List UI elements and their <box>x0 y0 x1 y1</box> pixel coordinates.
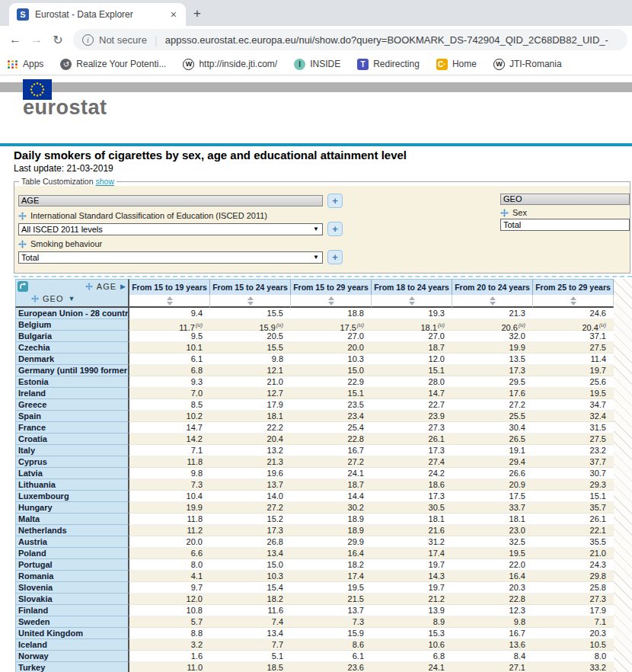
value-cell: 10.2 <box>129 411 210 422</box>
value-cell: 19.7 <box>372 582 452 594</box>
value-cell: 37.1 <box>533 331 614 342</box>
tab-close-icon[interactable]: × <box>168 8 180 21</box>
value-cell: 26.1 <box>533 514 614 525</box>
move-icon <box>85 283 93 290</box>
browser-tab[interactable]: S Eurostat - Data Explorer × <box>9 3 186 26</box>
unreliable-flag: (u) <box>519 322 525 328</box>
isced-label: International Standard Classification of… <box>30 211 267 220</box>
value-cell: 7.4 <box>210 616 291 628</box>
bookmark-item[interactable]: TRedirecting <box>357 59 420 70</box>
forward-button[interactable]: → <box>26 33 47 46</box>
sort-button[interactable] <box>129 295 210 308</box>
sort-button[interactable] <box>452 295 533 308</box>
value-cell: 21.0 <box>210 376 291 388</box>
geo-cell: Ireland <box>15 388 129 399</box>
table-row: Austria20.026.829.931.232.535.5 <box>15 536 614 548</box>
geo-cell: Malta <box>15 514 129 525</box>
value-cell: 11.8 <box>129 514 210 525</box>
geo-cell: Iceland <box>15 639 129 651</box>
add-smoking-button[interactable]: + <box>327 250 343 264</box>
show-link[interactable]: show <box>95 177 114 186</box>
bookmark-label: http://inside.jti.com/ <box>199 59 277 69</box>
table-row: United Kingdom8.813.415.915.316.720.3 <box>15 628 614 639</box>
value-cell: 11.7(u) <box>129 319 210 331</box>
value-cell: 18.7 <box>291 479 372 491</box>
info-icon[interactable]: i <box>82 34 94 46</box>
row-dimension-control[interactable]: GEO ▼ <box>31 294 75 303</box>
new-tab-button[interactable]: + <box>193 6 201 21</box>
table-row: Latvia9.819.624.124.226.630.7 <box>15 468 614 479</box>
bookmark-item[interactable]: IINSIDE <box>294 59 340 70</box>
sort-button[interactable] <box>372 295 452 308</box>
bookmark-item[interactable]: ↺Realize Your Potenti... <box>60 59 166 70</box>
value-cell: 24.6 <box>533 308 614 319</box>
value-cell: 7.3 <box>129 479 210 491</box>
value-cell: 22.0 <box>452 559 533 571</box>
value-cell: 19.5 <box>291 582 372 594</box>
value-cell: 26.5 <box>452 434 533 445</box>
value-cell: 13.6 <box>452 639 533 651</box>
value-cell: 6.8 <box>129 365 210 376</box>
bookmark-item[interactable]: Whttp://inside.jti.com/ <box>183 59 277 70</box>
reload-button[interactable]: ↻ <box>47 33 69 47</box>
isced-select[interactable]: All ISCED 2011 levels ▼ <box>18 223 323 235</box>
apps-button[interactable]: Apps <box>8 59 43 69</box>
value-cell: 27.5 <box>533 342 614 354</box>
value-cell: 11.6 <box>210 605 291 616</box>
sort-button[interactable] <box>533 295 614 308</box>
geo-cell: Finland <box>15 605 129 616</box>
smoking-select[interactable]: Total ▼ <box>18 251 323 264</box>
value-cell: 17.5 <box>452 491 533 502</box>
move-icon <box>31 295 39 302</box>
table-row: Czechia10.115.520.018.719.927.5 <box>15 342 614 354</box>
omnibox-divider: | <box>155 34 158 46</box>
value-cell: 11.4 <box>533 354 614 365</box>
value-cell: 17.3 <box>452 365 533 376</box>
address-bar[interactable]: i Not secure | appsso.eurostat.ec.europa… <box>73 29 627 50</box>
value-cell: 29.4 <box>452 456 533 468</box>
add-isced-button[interactable]: + <box>327 222 343 236</box>
back-button[interactable]: ← <box>5 33 26 46</box>
move-icon[interactable] <box>500 209 509 217</box>
geo-cell: Slovenia <box>15 582 129 594</box>
age-dimension-box[interactable]: AGE <box>18 195 323 206</box>
bookmark-item[interactable]: C·Home <box>436 59 477 70</box>
value-cell: 18.2 <box>291 559 372 571</box>
table-row: Finland10.811.613.713.912.317.9 <box>15 605 614 616</box>
sort-down-icon <box>167 302 173 306</box>
tab-title: Eurostat - Data Explorer <box>35 9 168 20</box>
value-cell: 13.9 <box>372 605 452 616</box>
geo-dimension-box[interactable]: GEO <box>500 194 630 205</box>
table-row: Luxembourg10.414.014.417.317.515.1 <box>15 491 614 502</box>
value-cell: 7.1 <box>533 616 614 628</box>
value-cell: 3.2 <box>129 639 210 651</box>
value-cell: 19.5 <box>452 548 533 559</box>
bookmark-item[interactable]: WJTI-Romania <box>493 59 562 70</box>
value-cell: 17.6 <box>452 388 533 399</box>
sort-button[interactable] <box>210 295 291 308</box>
value-cell: 13.7 <box>291 605 372 616</box>
value-cell: 9.8 <box>452 616 533 628</box>
value-cell: 20.5 <box>210 331 291 342</box>
geo-cell: European Union - 28 countrie <box>15 308 129 319</box>
move-icon[interactable] <box>18 212 27 220</box>
value-cell: 15.0 <box>291 365 372 376</box>
add-age-button[interactable]: + <box>327 194 343 208</box>
value-cell: 14.7 <box>129 422 210 434</box>
value-cell: 27.3 <box>533 594 614 605</box>
value-cell: 27.0 <box>291 331 372 342</box>
value-cell: 1.6 <box>129 651 210 662</box>
geo-cell: Lithuania <box>15 479 129 491</box>
value-cell: 33.2 <box>533 662 614 672</box>
table-row: Sweden5.77.47.38.99.87.1 <box>15 616 614 628</box>
sex-select[interactable]: Total <box>500 219 630 231</box>
table-row: Slovakia12.018.221.521.222.827.3 <box>15 594 614 605</box>
sort-button[interactable] <box>291 295 372 308</box>
bookmark-label: Realize Your Potenti... <box>76 59 166 69</box>
table-row: Belgium11.7(u)15.9(u)17.5(u)18.1(u)20.6(… <box>15 319 614 331</box>
move-icon[interactable] <box>18 240 27 248</box>
value-cell: 27.1 <box>452 662 533 672</box>
pivot-dimensions-icon[interactable] <box>18 281 32 293</box>
column-dimension-control[interactable]: AGE ▶ <box>85 282 126 291</box>
table-row: Hungary19.927.230.230.533.735.7 <box>15 502 614 514</box>
